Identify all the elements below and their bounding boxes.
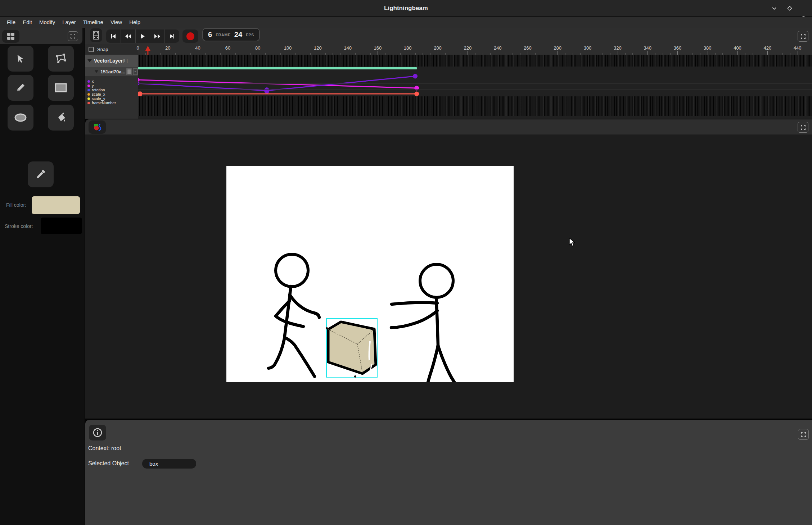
object-collapse-icon[interactable] [95, 70, 98, 73]
property-list: xyrotationscale_xscale_yframeNumber [85, 76, 138, 119]
menu-item-timeline[interactable]: Timeline [80, 17, 107, 28]
tool-transform-button[interactable] [48, 46, 74, 72]
property-row-x[interactable]: x [85, 79, 138, 83]
row-separator [138, 72, 812, 72]
fps-value: 24 [234, 31, 242, 39]
frame-unit-label: FRAME [216, 33, 231, 37]
layer-row-vectorlayer[interactable]: VectorLayer [L] [85, 55, 138, 67]
ruler-label: 160 [374, 45, 382, 51]
fill-color-swatch[interactable] [32, 196, 80, 214]
canvas-panel-button[interactable] [89, 120, 106, 134]
snap-row: Snap [85, 44, 138, 55]
timeline-layers-column: Snap VectorLayer [L] 151ad70a... ~ xyrot… [85, 44, 138, 119]
row-separator [138, 78, 812, 78]
ruler-label: 260 [524, 45, 532, 51]
ruler-label: 240 [494, 45, 502, 51]
rewind-button[interactable] [121, 29, 136, 43]
info-icon [93, 428, 102, 437]
menu-item-file[interactable]: File [3, 17, 19, 28]
layer-collapse-icon[interactable] [87, 59, 92, 62]
box-object[interactable] [328, 322, 376, 374]
timeline-panel-button[interactable] [90, 28, 102, 42]
object-name: 151ad70a... [100, 69, 125, 74]
keyframe-y[interactable] [138, 78, 140, 82]
menu-item-view[interactable]: View [107, 17, 126, 28]
tools-fullscreen-button[interactable] [68, 31, 78, 41]
menu-item-modify[interactable]: Modify [36, 17, 59, 28]
object-curve-toggle[interactable]: ~ [133, 68, 138, 75]
timeline-ruler[interactable]: 0204060801001201401601802002202402602803… [138, 44, 812, 55]
window-title: Lightningbeam [0, 0, 812, 16]
rectangle-icon [55, 83, 67, 92]
selected-object-value[interactable]: box [142, 459, 196, 469]
ruler-label: 180 [404, 45, 412, 51]
property-row-scale_x[interactable]: scale_x [85, 92, 138, 96]
keyframe-frameNumber[interactable] [414, 92, 419, 96]
inspector-fullscreen-button[interactable] [798, 429, 809, 440]
anchor-point[interactable] [354, 375, 356, 378]
ruler-label: 380 [704, 45, 712, 51]
panel-grid-button[interactable] [2, 30, 19, 43]
play-button[interactable] [136, 29, 150, 43]
keyframe-frameNumber[interactable] [138, 92, 142, 96]
anchor-point[interactable] [326, 327, 328, 329]
animation-curves[interactable] [138, 54, 812, 119]
property-name: scale_x [92, 92, 105, 96]
ruler-label: 140 [344, 45, 352, 51]
skip-to-end-button[interactable] [165, 29, 179, 43]
row-separator [138, 95, 812, 95]
property-row-frameNumber[interactable]: frameNumber [85, 101, 138, 105]
fps-unit-label: FPS [246, 33, 254, 37]
stroke-color-label: Stroke color: [5, 223, 33, 229]
ruler-label: 120 [314, 45, 322, 51]
timeline-fullscreen-button[interactable] [798, 31, 808, 42]
keyframe-y[interactable] [414, 86, 419, 91]
property-row-scale_y[interactable]: scale_y [85, 96, 138, 101]
canvas-fullscreen-button[interactable] [798, 122, 808, 133]
tool-ellipse-button[interactable] [8, 105, 33, 131]
minimize-icon[interactable] [771, 5, 777, 12]
frame-counter: 6 FRAME 24 FPS [202, 28, 260, 41]
keyframe-x[interactable] [264, 87, 269, 94]
skip-to-start-button[interactable] [106, 29, 121, 43]
context-text: Context: root [88, 445, 121, 452]
tool-select-button[interactable] [8, 46, 33, 72]
canvas-panel [85, 119, 812, 419]
paint-bucket-icon [55, 111, 67, 124]
inspector-panel-button[interactable] [89, 425, 106, 440]
property-row-y[interactable]: y [85, 83, 138, 88]
menu-item-layer[interactable]: Layer [59, 17, 80, 28]
timeline-tracks[interactable]: 0204060801001201401601802002202402602803… [138, 44, 812, 119]
fill-color-label: Fill color: [6, 202, 26, 208]
row-separator [138, 83, 812, 84]
property-row-rotation[interactable]: rotation [85, 88, 138, 92]
timeline-header: 6 FRAME 24 FPS [85, 28, 812, 44]
transform-path-icon [55, 52, 67, 65]
stick-figure-right [391, 264, 455, 382]
fast-forward-button[interactable] [150, 29, 165, 43]
curve-y[interactable] [138, 80, 417, 88]
ruler-label: 40 [195, 45, 200, 51]
object-visibility-toggle[interactable] [126, 68, 131, 75]
ruler-label: 340 [644, 45, 651, 51]
record-button[interactable] [182, 29, 198, 43]
stroke-color-swatch[interactable] [41, 218, 82, 234]
tool-paint-bucket-button[interactable] [48, 105, 74, 131]
ruler-label: 20 [165, 45, 170, 51]
layer-badge: [L] [123, 58, 127, 63]
tool-eyedropper-button[interactable] [28, 161, 54, 187]
frame-value: 6 [208, 31, 212, 39]
snap-checkbox[interactable] [89, 47, 94, 52]
stick-figure-left [269, 254, 319, 376]
pencil-icon [15, 82, 26, 93]
tool-rectangle-button[interactable] [48, 75, 74, 101]
eyedropper-icon [35, 169, 46, 180]
menu-item-edit[interactable]: Edit [19, 17, 36, 28]
stage-canvas[interactable] [226, 166, 514, 382]
title-bar: Lightningbeam ✕ [0, 0, 812, 16]
tool-pencil-button[interactable] [8, 75, 33, 101]
menu-item-help[interactable]: Help [126, 17, 144, 28]
object-row-151ad70a[interactable]: 151ad70a... ~ [85, 67, 138, 76]
maximize-icon[interactable] [786, 5, 793, 12]
record-icon [186, 32, 194, 40]
